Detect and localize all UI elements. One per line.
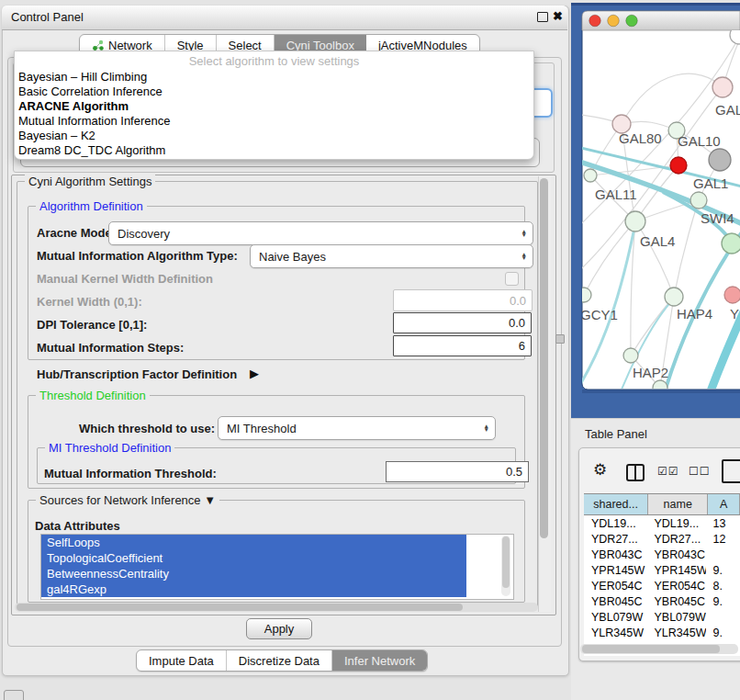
document-icon[interactable]: [722, 459, 740, 483]
table-row[interactable]: YBR043CYBR043C: [584, 547, 740, 562]
float-window-icon[interactable]: [537, 12, 548, 22]
node-pink-right[interactable]: [724, 287, 740, 303]
close-icon[interactable]: ✖: [553, 9, 563, 23]
table-row[interactable]: YPR145WYPR145W9.: [584, 562, 740, 578]
node-label-hap4: HAP4: [677, 306, 712, 322]
node-label-gal10: GAL10: [678, 133, 721, 149]
network-window-titlebar[interactable]: [582, 11, 740, 30]
attribute-selfloops[interactable]: SelfLoops: [41, 535, 466, 550]
algorithm-definition-title: Algorithm Definition: [36, 199, 147, 213]
mi-threshold-definition-title: MI Threshold Definition: [45, 441, 174, 455]
window-shadow: [582, 390, 740, 393]
cyni-algorithm-settings-title: Cyni Algorithm Settings: [25, 175, 155, 188]
table-cell: 13: [706, 515, 740, 531]
table-cell: YPR145W: [646, 562, 705, 578]
algorithm-dropdown-options: Bayesian – Hill ClimbingBasic Correlatio…: [15, 70, 533, 158]
dpi-tolerance-field[interactable]: 0.0: [393, 312, 532, 333]
column-header-a[interactable]: A: [708, 494, 740, 514]
node-gal-partial[interactable]: [712, 77, 733, 97]
split-columns-icon[interactable]: [626, 464, 645, 481]
node-label-gcy1: GCY1: [580, 307, 618, 322]
kernel-width-field[interactable]: 0.0: [393, 289, 533, 311]
sources-group-title[interactable]: Sources for Network Inference ▼: [36, 493, 219, 507]
data-attributes-list[interactable]: SelfLoopsTopologicalCoefficientBetweenne…: [40, 534, 514, 600]
manual-kernel-width-checkbox[interactable]: [505, 272, 519, 286]
table-row[interactable]: YER054CYER054C8.: [584, 578, 740, 593]
select-all-checks-icon[interactable]: ☑☑: [657, 465, 679, 478]
table-cell: YDL19...: [584, 515, 646, 531]
apply-button[interactable]: Apply: [246, 618, 312, 639]
expand-arrow-icon[interactable]: ▶: [250, 367, 259, 380]
mi-algorithm-type-combobox[interactable]: Naive Bayes ▲▼: [250, 244, 533, 268]
attributes-list-scrollbar-thumb[interactable]: [502, 536, 510, 588]
node-gal4[interactable]: [625, 211, 645, 231]
algorithm-option-mutual-information-inference[interactable]: Mutual Information Inference: [15, 114, 533, 129]
control-panel-title: Control Panel: [11, 10, 84, 24]
table-cell: YBR043C: [646, 547, 705, 562]
aracne-mode-combobox[interactable]: Discovery ▲▼: [108, 221, 533, 245]
table-cell: 9.: [706, 562, 740, 578]
node-red-node[interactable]: [670, 157, 687, 174]
kernel-width-label: Kernel Width (0,1):: [37, 295, 142, 309]
node-attribute-table: shared...nameAYDL19...YDL19...13YDR27...…: [584, 493, 740, 656]
settings-vertical-scrollbar-thumb[interactable]: [540, 178, 548, 538]
node-hap2[interactable]: [623, 348, 638, 363]
table-row[interactable]: YDR27...YDR27...12: [584, 531, 740, 547]
table-cell: YBR045C: [646, 593, 705, 609]
attribute-topologicalcoefficient[interactable]: TopologicalCoefficient: [41, 550, 466, 566]
dpi-tolerance-label: DPI Tolerance [0,1]:: [37, 318, 147, 332]
algorithm-option-bayesian-hill-climbing[interactable]: Bayesian – Hill Climbing: [15, 70, 533, 85]
mutual-information-threshold-field[interactable]: 0.5: [386, 461, 529, 482]
tab-impute-data[interactable]: Impute Data: [137, 650, 227, 671]
table-row[interactable]: YDL19...YDL19...13: [584, 515, 740, 531]
algorithm-option-dream8-dc-tdc-algorithm[interactable]: Dream8 DC_TDC Algorithm: [15, 143, 533, 158]
settings-horizontal-scrollbar-thumb[interactable]: [17, 604, 463, 611]
table-row[interactable]: YLR345WYLR345W9.: [584, 625, 740, 640]
gear-icon[interactable]: ⚙: [593, 460, 607, 480]
deselect-all-checks-icon[interactable]: ☐☐: [689, 465, 711, 478]
minimize-traffic-light[interactable]: [608, 15, 620, 27]
tab-discretize-data[interactable]: Discretize Data: [227, 650, 332, 671]
control-panel-titlebar[interactable]: [2, 6, 567, 30]
algorithm-option-basic-correlation-inference[interactable]: Basic Correlation Inference: [15, 85, 533, 99]
network-icon: [92, 40, 104, 51]
node-hap4[interactable]: [665, 288, 683, 306]
aracne-mode-value: Discovery: [118, 227, 521, 241]
table-cell: 12: [706, 531, 740, 547]
table-row[interactable]: YBL079WYBL079W: [584, 609, 740, 625]
application-root: Control Panel ✖ NetworkStyleSelectCyni T…: [0, 0, 740, 700]
node-swi4[interactable]: [722, 233, 740, 254]
table-cell: YBR043C: [584, 547, 646, 562]
data-attributes-label: Data Attributes: [35, 519, 120, 533]
close-traffic-light[interactable]: [589, 15, 601, 27]
tab-infer-network[interactable]: Infer Network: [332, 650, 427, 671]
node-gray-node[interactable]: [709, 149, 731, 171]
algorithm-option-bayesian-k2[interactable]: Bayesian – K2: [15, 129, 533, 143]
stepper-arrows-icon: ▲▼: [521, 230, 529, 238]
table-cell: YPR145W: [584, 562, 646, 578]
mi-steps-field[interactable]: 6: [393, 335, 532, 356]
which-threshold-combobox[interactable]: MI Threshold ▲▼: [218, 416, 496, 440]
attribute-betweennesscentrality[interactable]: BetweennessCentrality: [41, 566, 466, 581]
table-cell: YDL19...: [646, 515, 705, 531]
column-header-shared[interactable]: shared...: [584, 494, 648, 514]
node-gal1[interactable]: [690, 192, 707, 209]
bottom-left-corner-button[interactable]: [4, 690, 24, 700]
mi-algorithm-type-value: Naive Bayes: [259, 250, 521, 264]
stepper-arrows-icon: ▲▼: [521, 253, 529, 261]
table-horizontal-scrollbar-thumb[interactable]: [582, 645, 720, 653]
panel-splitter-handle[interactable]: [555, 334, 565, 344]
column-header-name[interactable]: name: [648, 494, 708, 514]
zoom-traffic-light[interactable]: [626, 15, 638, 27]
table-cell: YBL079W: [646, 609, 705, 625]
table-row[interactable]: YBR045CYBR045C9.: [584, 593, 740, 609]
mi-steps-label: Mutual Information Steps:: [37, 341, 184, 355]
node-label-gal: GAL: [715, 102, 740, 118]
manual-kernel-width-label: Manual Kernel Width Definition: [37, 272, 213, 286]
table-header-row: shared...nameA: [584, 493, 740, 515]
node-gal11[interactable]: [584, 169, 597, 182]
attribute-gal4rgexp[interactable]: gal4RGexp: [41, 581, 466, 597]
node-label-gal11: GAL11: [595, 186, 637, 202]
node-label-gal1: GAL1: [693, 175, 728, 191]
algorithm-option-aracne-algorithm[interactable]: ARACNE Algorithm: [15, 99, 533, 114]
